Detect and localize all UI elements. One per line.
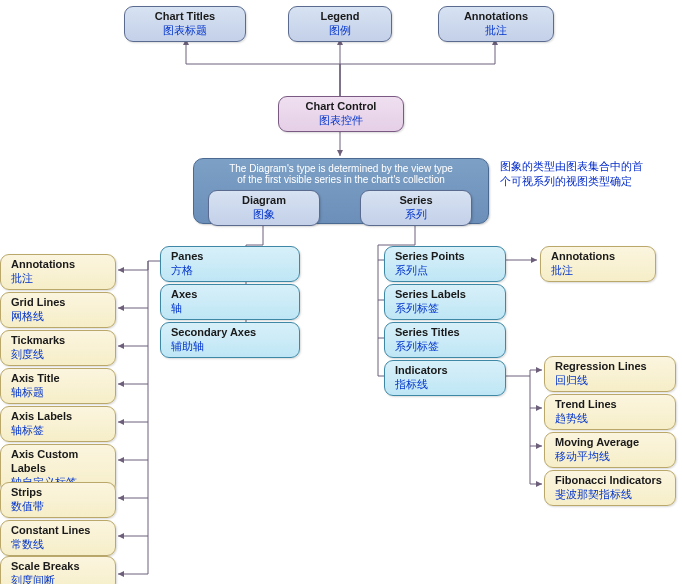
label-en: Annotations xyxy=(449,10,543,24)
label-zh: 系列标签 xyxy=(395,340,495,354)
label-zh: 趋势线 xyxy=(555,412,665,426)
label-en: Axis Title xyxy=(11,372,105,386)
label-en: Strips xyxy=(11,486,105,500)
label-en: Diagram xyxy=(219,194,309,208)
label-en: Series Titles xyxy=(395,326,495,340)
node-series-points: Series Points 系列点 xyxy=(384,246,506,282)
label-zh: 批注 xyxy=(11,272,105,286)
label-zh: 图表标题 xyxy=(135,24,235,38)
label-en: Constant Lines xyxy=(11,524,105,538)
label-en: Scale Breaks xyxy=(11,560,105,574)
label-zh: 轴 xyxy=(171,302,289,316)
side-note-line1: 图象的类型由图表集合中的首 xyxy=(500,159,660,174)
node-scale-breaks: Scale Breaks 刻度间断 xyxy=(0,556,116,584)
label-zh: 回归线 xyxy=(555,374,665,388)
node-regression-lines: Regression Lines 回归线 xyxy=(544,356,676,392)
label-en: Chart Titles xyxy=(135,10,235,24)
label-zh: 网格线 xyxy=(11,310,105,324)
label-en: Annotations xyxy=(551,250,645,264)
label-zh: 刻度间断 xyxy=(11,574,105,584)
label-en: Fibonacci Indicators xyxy=(555,474,665,488)
side-note-line2: 个可视系列的视图类型确定 xyxy=(500,174,660,189)
node-grid-lines: Grid Lines 网格线 xyxy=(0,292,116,328)
node-strips: Strips 数值带 xyxy=(0,482,116,518)
label-zh: 常数线 xyxy=(11,538,105,552)
label-zh: 轴标题 xyxy=(11,386,105,400)
label-zh: 图象 xyxy=(219,208,309,222)
label-zh: 系列点 xyxy=(395,264,495,278)
label-en: Moving Average xyxy=(555,436,665,450)
label-en: Tickmarks xyxy=(11,334,105,348)
node-annotations-top: Annotations 批注 xyxy=(438,6,554,42)
node-annotations-series: Annotations 批注 xyxy=(540,246,656,282)
label-zh: 辅助轴 xyxy=(171,340,289,354)
label-zh: 数值带 xyxy=(11,500,105,514)
node-series: Series 系列 xyxy=(360,190,472,226)
node-panes: Panes 方格 xyxy=(160,246,300,282)
label-en: Axes xyxy=(171,288,289,302)
caption-line2: of the first visible series in the chart… xyxy=(200,174,482,185)
label-en: Secondary Axes xyxy=(171,326,289,340)
label-en: Regression Lines xyxy=(555,360,665,374)
node-legend: Legend 图例 xyxy=(288,6,392,42)
label-en: Chart Control xyxy=(289,100,393,114)
node-indicators: Indicators 指标线 xyxy=(384,360,506,396)
label-en: Axis Custom Labels xyxy=(11,448,105,476)
node-annotations-left: Annotations 批注 xyxy=(0,254,116,290)
label-en: Series Points xyxy=(395,250,495,264)
label-zh: 图例 xyxy=(299,24,381,38)
label-zh: 刻度线 xyxy=(11,348,105,362)
node-moving-average: Moving Average 移动平均线 xyxy=(544,432,676,468)
node-secondary-axes: Secondary Axes 辅助轴 xyxy=(160,322,300,358)
label-en: Panes xyxy=(171,250,289,264)
side-note: 图象的类型由图表集合中的首 个可视系列的视图类型确定 xyxy=(500,159,660,190)
label-zh: 指标线 xyxy=(395,378,495,392)
label-en: Trend Lines xyxy=(555,398,665,412)
node-series-titles: Series Titles 系列标签 xyxy=(384,322,506,358)
node-diagram: Diagram 图象 xyxy=(208,190,320,226)
label-en: Grid Lines xyxy=(11,296,105,310)
node-constant-lines: Constant Lines 常数线 xyxy=(0,520,116,556)
caption-line1: The Diagram's type is determined by the … xyxy=(200,163,482,174)
label-en: Legend xyxy=(299,10,381,24)
label-zh: 系列 xyxy=(371,208,461,222)
node-axes: Axes 轴 xyxy=(160,284,300,320)
node-trend-lines: Trend Lines 趋势线 xyxy=(544,394,676,430)
node-tickmarks: Tickmarks 刻度线 xyxy=(0,330,116,366)
node-fibonacci-indicators: Fibonacci Indicators 斐波那契指标线 xyxy=(544,470,676,506)
label-en: Indicators xyxy=(395,364,495,378)
node-axis-labels: Axis Labels 轴标签 xyxy=(0,406,116,442)
node-chart-control: Chart Control 图表控件 xyxy=(278,96,404,132)
label-zh: 方格 xyxy=(171,264,289,278)
label-zh: 斐波那契指标线 xyxy=(555,488,665,502)
node-series-labels: Series Labels 系列标签 xyxy=(384,284,506,320)
label-zh: 图表控件 xyxy=(289,114,393,128)
label-en: Series Labels xyxy=(395,288,495,302)
label-zh: 轴标签 xyxy=(11,424,105,438)
label-en: Annotations xyxy=(11,258,105,272)
label-zh: 批注 xyxy=(449,24,543,38)
node-axis-title: Axis Title 轴标题 xyxy=(0,368,116,404)
label-en: Series xyxy=(371,194,461,208)
label-zh: 系列标签 xyxy=(395,302,495,316)
label-zh: 移动平均线 xyxy=(555,450,665,464)
label-zh: 批注 xyxy=(551,264,645,278)
node-chart-titles: Chart Titles 图表标题 xyxy=(124,6,246,42)
label-en: Axis Labels xyxy=(11,410,105,424)
